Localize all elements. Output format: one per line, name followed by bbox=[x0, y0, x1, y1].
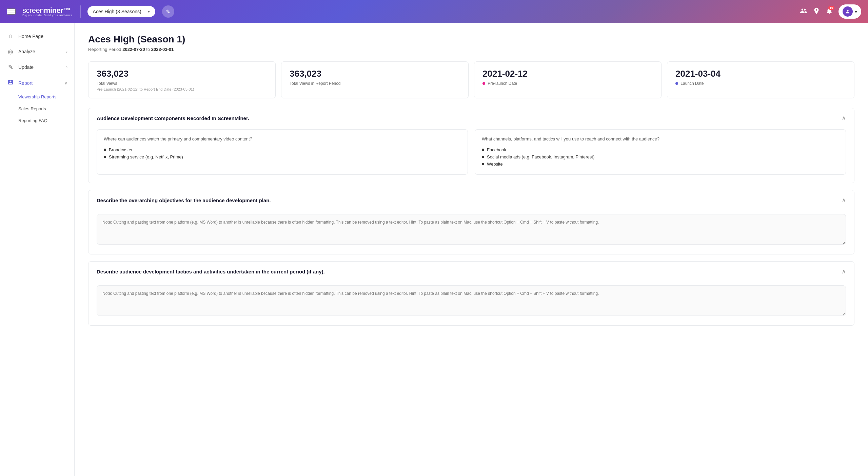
stat-label-prelaunch: Pre-launch Date bbox=[482, 81, 653, 86]
col1-list: Broadcaster Streaming service (e.g. Netf… bbox=[104, 146, 461, 160]
tactics-textarea[interactable] bbox=[97, 285, 846, 316]
stat-card-total-views: 363,023 Total Views Pre-Launch (2021-02-… bbox=[88, 61, 276, 98]
stats-row: 363,023 Total Views Pre-Launch (2021-02-… bbox=[88, 61, 854, 98]
header-right: 10 ▾ bbox=[800, 4, 861, 19]
section-body-objectives bbox=[88, 210, 854, 254]
stat-value-prelaunch: 2021-02-12 bbox=[482, 69, 653, 79]
user-menu-button[interactable]: ▾ bbox=[839, 4, 861, 19]
reporting-period: Reporting Period 2022-07-20 to 2023-03-0… bbox=[88, 47, 854, 52]
audience-two-col: Where can audiences watch the primary an… bbox=[97, 129, 846, 175]
sidebar-sub-label-sales: Sales Reports bbox=[18, 106, 46, 111]
col2-question: What channels, platforms, and tactics wi… bbox=[482, 136, 839, 141]
reporting-period-to: 2023-03-01 bbox=[151, 47, 174, 52]
sidebar-item-home-label: Home Page bbox=[18, 34, 67, 39]
section-audience-development-header[interactable]: Audience Development Components Recorded… bbox=[88, 108, 854, 128]
people-icon-button[interactable] bbox=[800, 7, 807, 16]
location-icon bbox=[813, 7, 820, 15]
section-tactics: Describe audience development tactics an… bbox=[88, 261, 854, 326]
section-body-tactics bbox=[88, 281, 854, 325]
show-selector-label: Aces High (3 Seasons) bbox=[93, 9, 141, 14]
location-icon-button[interactable] bbox=[813, 7, 820, 16]
collapse-icon: ∧ bbox=[842, 114, 846, 122]
sidebar-sub-label-faq: Reporting FAQ bbox=[18, 118, 47, 123]
launch-icon bbox=[675, 82, 678, 85]
section-title-tactics: Describe audience development tactics an… bbox=[97, 269, 325, 274]
sidebar-item-report-label: Report bbox=[18, 80, 60, 86]
stat-value-total-views: 363,023 bbox=[97, 69, 267, 79]
list-item: Facebook bbox=[482, 146, 839, 153]
sidebar-sub-label-viewership: Viewership Reports bbox=[18, 94, 56, 99]
logo-tagline: Dig your data. Build your audience. bbox=[22, 14, 74, 17]
list-item: Streaming service (e.g. Netflix, Prime) bbox=[104, 153, 461, 160]
analyze-icon: ◎ bbox=[7, 48, 14, 55]
show-selector[interactable]: Aces High (3 Seasons) ▾ bbox=[87, 6, 155, 17]
edit-icon: ✎ bbox=[166, 8, 170, 15]
sidebar-item-sales-reports[interactable]: Sales Reports bbox=[0, 103, 74, 115]
people-icon bbox=[800, 7, 807, 15]
audience-col1: Where can audiences watch the primary an… bbox=[97, 129, 468, 175]
edit-button[interactable]: ✎ bbox=[162, 5, 174, 18]
objectives-textarea[interactable] bbox=[97, 214, 846, 245]
sidebar-item-report[interactable]: Report ∨ bbox=[0, 75, 74, 91]
section-body-audience: Where can audiences watch the primary an… bbox=[88, 129, 854, 183]
sidebar-item-reporting-faq[interactable]: Reporting FAQ bbox=[0, 115, 74, 127]
menu-button[interactable] bbox=[7, 8, 16, 15]
update-icon: ✎ bbox=[7, 63, 14, 71]
user-chevron: ▾ bbox=[855, 9, 857, 14]
section-objectives: Describe the overarching objectives for … bbox=[88, 190, 854, 254]
section-tactics-header[interactable]: Describe audience development tactics an… bbox=[88, 262, 854, 281]
sidebar-item-viewership-reports[interactable]: Viewership Reports bbox=[0, 91, 74, 103]
col1-question: Where can audiences watch the primary an… bbox=[104, 136, 461, 141]
home-icon: ⌂ bbox=[7, 33, 14, 40]
main-layout: ⌂ Home Page ◎ Analyze › ✎ Update › Repor… bbox=[0, 23, 868, 476]
stat-card-period-views: 363,023 Total Views in Report Period bbox=[281, 61, 469, 98]
audience-col2: What channels, platforms, and tactics wi… bbox=[475, 129, 846, 175]
prelaunch-icon bbox=[482, 82, 485, 85]
chevron-down-icon: ▾ bbox=[148, 9, 150, 14]
stat-card-launch-date: 2021-03-04 Launch Date bbox=[667, 61, 854, 98]
col2-list: Facebook Social media ads (e.g. Facebook… bbox=[482, 146, 839, 168]
avatar bbox=[843, 6, 853, 17]
stat-label-launch: Launch Date bbox=[675, 81, 846, 86]
stat-sub-total-views: Pre-Launch (2021-02-12) to Report End Da… bbox=[97, 87, 267, 91]
sidebar-item-analyze-label: Analyze bbox=[18, 49, 62, 54]
notification-button[interactable]: 10 bbox=[826, 7, 833, 16]
section-audience-development: Audience Development Components Recorded… bbox=[88, 108, 854, 183]
sidebar-item-analyze[interactable]: ◎ Analyze › bbox=[0, 44, 74, 59]
reporting-period-label: Reporting Period bbox=[88, 47, 122, 52]
section-title-audience: Audience Development Components Recorded… bbox=[97, 115, 249, 121]
header-divider bbox=[80, 5, 81, 18]
logo: screenminer™ Dig your data. Build your a… bbox=[22, 6, 74, 17]
sidebar: ⌂ Home Page ◎ Analyze › ✎ Update › Repor… bbox=[0, 23, 75, 476]
list-item: Website bbox=[482, 160, 839, 168]
list-item: Broadcaster bbox=[104, 146, 461, 153]
sidebar-item-update-label: Update bbox=[18, 64, 62, 70]
chevron-right-icon: › bbox=[66, 65, 67, 70]
sidebar-item-update[interactable]: ✎ Update › bbox=[0, 59, 74, 75]
section-objectives-header[interactable]: Describe the overarching objectives for … bbox=[88, 190, 854, 210]
app-header: screenminer™ Dig your data. Build your a… bbox=[0, 0, 868, 23]
page-title: Aces High (Season 1) bbox=[88, 34, 854, 45]
report-icon bbox=[7, 79, 14, 87]
chevron-down-icon: ∨ bbox=[64, 81, 67, 85]
stat-label-period-views: Total Views in Report Period bbox=[290, 81, 460, 86]
list-item: Social media ads (e.g. Facebook, Instagr… bbox=[482, 153, 839, 160]
collapse-icon: ∧ bbox=[842, 196, 846, 204]
section-title-objectives: Describe the overarching objectives for … bbox=[97, 197, 271, 203]
reporting-period-from: 2022-07-20 bbox=[122, 47, 145, 52]
collapse-icon: ∧ bbox=[842, 268, 846, 275]
chevron-right-icon: › bbox=[66, 49, 67, 54]
notification-badge: 10 bbox=[828, 6, 834, 10]
stat-value-launch: 2021-03-04 bbox=[675, 69, 846, 79]
stat-value-period-views: 363,023 bbox=[290, 69, 460, 79]
main-content: Aces High (Season 1) Reporting Period 20… bbox=[75, 23, 868, 476]
sidebar-item-home[interactable]: ⌂ Home Page bbox=[0, 28, 74, 44]
stat-card-prelaunch-date: 2021-02-12 Pre-launch Date bbox=[474, 61, 662, 98]
stat-label-total-views: Total Views bbox=[97, 81, 267, 86]
